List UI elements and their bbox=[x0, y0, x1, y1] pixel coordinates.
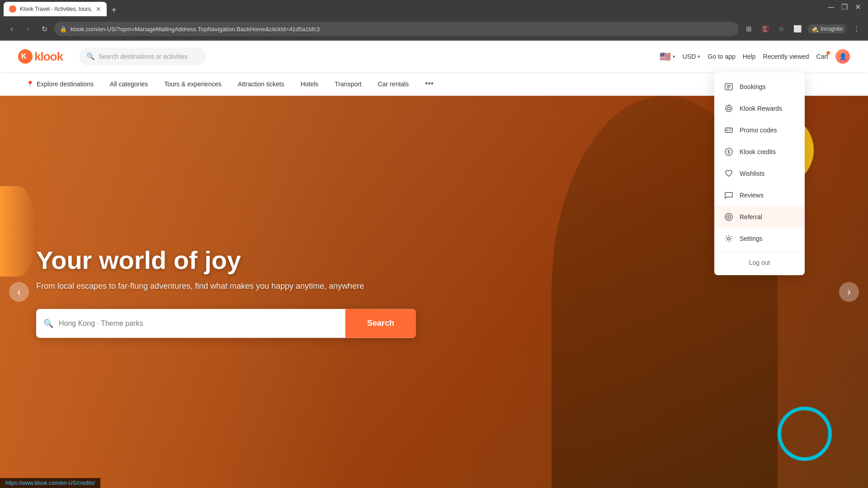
hero-search-icon: 🔍 bbox=[43, 318, 53, 328]
avatar-icon: 👤 bbox=[839, 53, 847, 60]
hero-search-bar: 🔍 Search bbox=[36, 309, 416, 338]
nav-item-hotels[interactable]: Hotels bbox=[292, 72, 327, 96]
url-bar[interactable]: 🔒 klook.com/en-US/?spm=ManageMailingAddr… bbox=[54, 22, 739, 36]
referral-label: Referral bbox=[740, 213, 762, 221]
tab-title: Klook Travel - Activities, tours, bbox=[20, 6, 92, 12]
browser-tab-active[interactable]: Klook Travel - Activities, tours, ✕ bbox=[4, 2, 107, 16]
svg-point-8 bbox=[727, 107, 730, 110]
nav-item-car-rentals[interactable]: Car rentals bbox=[370, 72, 417, 96]
hero-content: Your world of joy From local escapes to … bbox=[36, 246, 416, 338]
hero-search-button-label: Search bbox=[367, 319, 394, 328]
recently-viewed-link[interactable]: Recently viewed bbox=[763, 53, 809, 60]
klook-rewards-label: Klook Rewards bbox=[740, 105, 782, 112]
profile-window-button[interactable]: ⬜ bbox=[791, 23, 804, 35]
cart-notification-dot bbox=[826, 51, 830, 55]
status-url: https://www.klook.com/en-US/credits/ bbox=[5, 480, 95, 486]
klook-logo[interactable]: K klook bbox=[18, 49, 63, 64]
promo-icon bbox=[723, 125, 734, 136]
nav-item-explore-destinations[interactable]: 📍 Explore destinations bbox=[18, 72, 102, 96]
decorative-teal-ring bbox=[778, 407, 832, 461]
incognito-label: Incognito bbox=[821, 26, 843, 32]
user-avatar[interactable]: 👤 bbox=[835, 49, 850, 64]
currency-selector[interactable]: USD ▾ bbox=[683, 53, 701, 60]
settings-icon bbox=[723, 233, 734, 244]
reload-button[interactable]: ↻ bbox=[38, 23, 51, 35]
tab-close-button[interactable]: ✕ bbox=[96, 5, 101, 13]
reviews-icon bbox=[723, 190, 734, 201]
language-selector[interactable]: 🇺🇸 ▾ bbox=[660, 51, 675, 62]
svg-point-0 bbox=[10, 7, 15, 11]
credits-icon: $ bbox=[723, 146, 734, 157]
minimize-button[interactable]: ─ bbox=[828, 3, 834, 12]
nav-item-more[interactable]: ••• bbox=[417, 72, 442, 96]
nav-label-hotels: Hotels bbox=[301, 80, 319, 88]
no-camera-icon: 📵 bbox=[759, 23, 771, 35]
browser-status-bar: https://www.klook.com/en-US/credits/ bbox=[0, 478, 100, 488]
nav-label-attraction: Attraction tickets bbox=[238, 80, 284, 88]
url-text: klook.com/en-US/?spm=ManageMailingAddres… bbox=[71, 26, 733, 33]
svg-text:K: K bbox=[21, 52, 27, 60]
svg-point-20 bbox=[727, 237, 730, 240]
dropdown-item-bookings[interactable]: Bookings bbox=[714, 76, 805, 98]
klook-credits-label: Klook credits bbox=[740, 148, 776, 155]
go-to-app-link[interactable]: Go to app bbox=[708, 53, 736, 60]
svg-point-7 bbox=[726, 105, 732, 112]
svg-point-19 bbox=[728, 216, 730, 218]
currency-label: USD bbox=[683, 53, 696, 60]
location-pin-icon: 📍 bbox=[26, 80, 34, 88]
close-window-button[interactable]: ✕ bbox=[855, 3, 861, 12]
nav-item-attraction-tickets[interactable]: Attraction tickets bbox=[230, 72, 292, 96]
dropdown-item-referral[interactable]: Referral bbox=[714, 206, 805, 228]
go-to-app-label: Go to app bbox=[708, 53, 736, 60]
back-button[interactable]: ‹ bbox=[5, 23, 18, 35]
dropdown-item-klook-rewards[interactable]: Klook Rewards bbox=[714, 98, 805, 119]
forward-button[interactable]: › bbox=[22, 23, 34, 35]
help-label: Help bbox=[743, 53, 756, 60]
svg-point-12 bbox=[726, 130, 727, 131]
hero-next-button[interactable]: › bbox=[839, 282, 859, 302]
tab-favicon bbox=[9, 5, 16, 13]
incognito-icon: 🕵 bbox=[811, 25, 819, 33]
dropdown-item-klook-credits[interactable]: $ Klook credits bbox=[714, 141, 805, 163]
header-search-placeholder: Search destinations or activities bbox=[99, 53, 188, 60]
site-header: K klook 🔍 Search destinations or activit… bbox=[0, 41, 868, 72]
hero-search-input[interactable] bbox=[36, 319, 345, 327]
prev-arrow-icon: ‹ bbox=[17, 286, 21, 298]
bookings-icon bbox=[723, 81, 734, 92]
cart-button[interactable]: Cart bbox=[816, 53, 828, 60]
restore-button[interactable]: ❐ bbox=[841, 3, 848, 12]
hero-subtitle: From local escapes to far-flung adventur… bbox=[36, 281, 416, 291]
nav-label-car-rentals: Car rentals bbox=[378, 80, 409, 88]
search-icon: 🔍 bbox=[86, 52, 95, 61]
menu-button[interactable]: ⋮ bbox=[850, 23, 863, 35]
nav-item-tours[interactable]: Tours & experiences bbox=[156, 72, 230, 96]
dropdown-item-settings[interactable]: Settings bbox=[714, 228, 805, 249]
nav-item-transport[interactable]: Transport bbox=[326, 72, 369, 96]
logout-label: Log out bbox=[749, 259, 770, 266]
svg-text:$: $ bbox=[727, 150, 730, 155]
klook-logo-icon: K bbox=[18, 49, 33, 64]
extensions-button[interactable]: ⊞ bbox=[742, 23, 755, 35]
dropdown-item-reviews[interactable]: Reviews bbox=[714, 184, 805, 206]
more-icon: ••• bbox=[425, 79, 434, 89]
help-link[interactable]: Help bbox=[743, 53, 756, 60]
currency-dropdown-icon: ▾ bbox=[698, 54, 700, 60]
settings-label: Settings bbox=[740, 235, 763, 242]
promo-codes-label: Promo codes bbox=[740, 127, 777, 134]
us-flag-icon: 🇺🇸 bbox=[660, 51, 671, 62]
lock-icon: 🔒 bbox=[60, 26, 67, 33]
hero-prev-button[interactable]: ‹ bbox=[9, 282, 29, 302]
nav-item-all-categories[interactable]: All categories bbox=[102, 72, 156, 96]
header-search-bar[interactable]: 🔍 Search destinations or activities bbox=[79, 47, 206, 66]
klook-logo-text: klook bbox=[34, 50, 63, 64]
nav-label-categories: All categories bbox=[110, 80, 148, 88]
incognito-badge[interactable]: 🕵 Incognito bbox=[807, 24, 846, 33]
hero-search-button[interactable]: Search bbox=[345, 309, 416, 338]
nav-label-tours: Tours & experiences bbox=[164, 80, 222, 88]
dropdown-item-wishlists[interactable]: Wishlists bbox=[714, 163, 805, 184]
logout-button[interactable]: Log out bbox=[714, 253, 805, 272]
bookmark-star-button[interactable]: ☆ bbox=[775, 23, 788, 35]
new-tab-button[interactable]: + bbox=[108, 4, 120, 16]
dropdown-item-promo-codes[interactable]: Promo codes bbox=[714, 119, 805, 141]
rewards-icon bbox=[723, 103, 734, 114]
